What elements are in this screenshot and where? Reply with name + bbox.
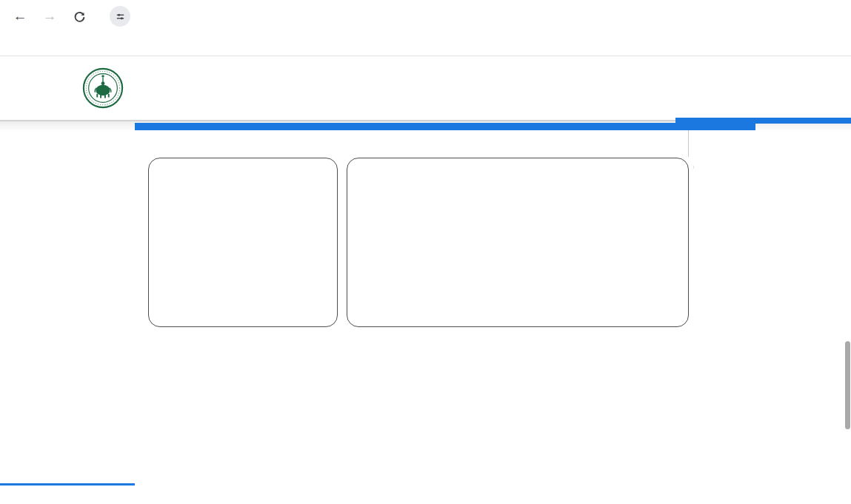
title-separator [688, 130, 689, 157]
page-header [0, 56, 851, 120]
bookmarks-bar [0, 33, 851, 56]
process-table [137, 339, 845, 489]
sakk-card-title [156, 166, 241, 204]
year-accent-bar [675, 118, 851, 124]
site-settings-icon[interactable] [110, 6, 130, 27]
forward-icon[interactable]: → [40, 7, 59, 26]
back-icon[interactable]: ← [10, 7, 30, 26]
bma-oss-card [347, 158, 689, 327]
title-accent-bar [135, 123, 755, 130]
bottom-accent-bar [0, 483, 135, 485]
sakk-stats [156, 166, 330, 319]
table-scrollbar[interactable] [845, 341, 850, 429]
filter-panel [693, 166, 851, 169]
browser-toolbar: ← → [0, 0, 851, 33]
sakk-card [148, 158, 338, 327]
reload-icon[interactable] [70, 7, 89, 26]
bma-seal-logo [81, 67, 124, 110]
